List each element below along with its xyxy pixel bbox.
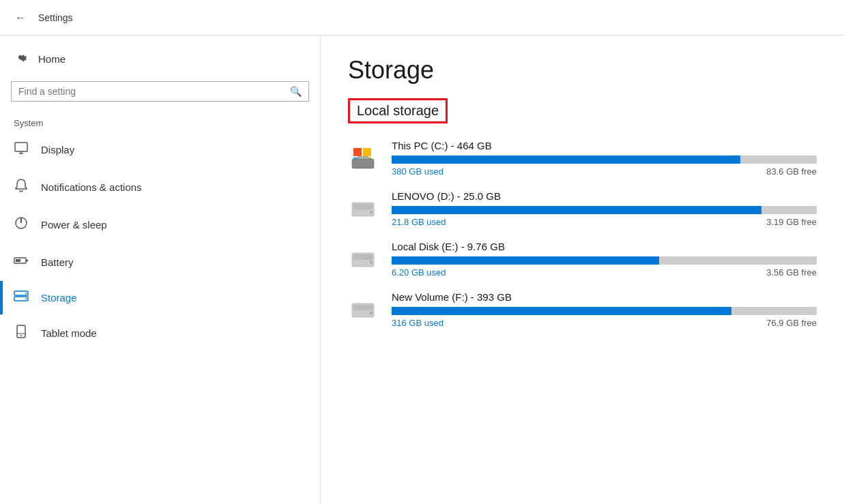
battery-icon xyxy=(14,253,29,271)
drive-info-e: Local Disk (E:) - 9.76 GB 6.20 GB used 3… xyxy=(392,241,817,278)
sidebar-item-display[interactable]: Display xyxy=(0,131,320,168)
drive-icon-d xyxy=(348,193,378,223)
progress-fill-c xyxy=(392,155,740,164)
used-d: 21.8 GB used xyxy=(392,217,446,227)
sidebar-item-storage[interactable]: Storage xyxy=(0,281,320,314)
svg-point-11 xyxy=(25,298,27,299)
used-c: 380 GB used xyxy=(392,166,443,177)
content-area: Storage Local storage xyxy=(321,35,844,504)
back-button[interactable]: ← xyxy=(11,8,30,27)
drive-info-c: This PC (C:) - 464 GB 380 GB used 83.6 G… xyxy=(392,140,817,177)
main-layout: Home 🔍 System Display xyxy=(0,35,844,504)
svg-rect-7 xyxy=(16,259,20,262)
free-e: 3.56 GB free xyxy=(766,267,817,278)
sidebar-item-battery[interactable]: Battery xyxy=(0,243,320,281)
tablet-icon xyxy=(14,324,29,342)
sidebar-item-label: Battery xyxy=(41,256,74,268)
drive-stats-e: 6.20 GB used 3.56 GB free xyxy=(392,267,817,278)
drive-name-e: Local Disk (E:) - 9.76 GB xyxy=(392,241,817,252)
svg-rect-21 xyxy=(358,156,368,159)
sidebar-item-power[interactable]: Power & sleep xyxy=(0,206,320,243)
title-bar: ← Settings xyxy=(0,0,844,35)
drive-name-c: This PC (C:) - 464 GB xyxy=(392,140,817,151)
svg-rect-24 xyxy=(353,204,373,209)
svg-point-29 xyxy=(370,261,373,264)
free-c: 83.6 GB free xyxy=(766,166,817,177)
sidebar-item-notifications[interactable]: Notifications & actions xyxy=(0,168,320,206)
used-f: 316 GB used xyxy=(392,318,443,328)
progress-fill-d xyxy=(392,206,761,214)
storage-list: This PC (C:) - 464 GB 380 GB used 83.6 G… xyxy=(348,140,817,328)
sidebar-item-label: Notifications & actions xyxy=(41,181,142,193)
drive-stats-f: 316 GB used 76.9 GB free xyxy=(392,318,817,328)
drive-name-d: LENOVO (D:) - 25.0 GB xyxy=(392,190,817,202)
home-icon xyxy=(14,50,27,68)
svg-rect-6 xyxy=(26,260,28,262)
storage-item-d[interactable]: LENOVO (D:) - 25.0 GB 21.8 GB used 3.19 … xyxy=(348,190,817,227)
svg-rect-15 xyxy=(352,159,374,168)
notifications-icon xyxy=(14,178,29,196)
svg-point-25 xyxy=(370,211,373,213)
power-icon xyxy=(14,216,29,234)
storage-item-f[interactable]: New Volume (F:) - 393 GB 316 GB used 76.… xyxy=(348,291,817,328)
drive-icon-e xyxy=(348,243,378,273)
section-header: Local storage xyxy=(348,98,448,123)
progress-bar-f xyxy=(392,307,817,315)
sidebar-item-tablet[interactable]: Tablet mode xyxy=(0,314,320,352)
drive-info-f: New Volume (F:) - 393 GB 316 GB used 76.… xyxy=(392,291,817,328)
svg-rect-32 xyxy=(353,305,373,310)
search-icon: 🔍 xyxy=(290,86,302,97)
svg-rect-28 xyxy=(353,254,373,260)
storage-item-e[interactable]: Local Disk (E:) - 9.76 GB 6.20 GB used 3… xyxy=(348,241,817,278)
drive-icon-c xyxy=(348,143,378,173)
svg-point-10 xyxy=(25,293,27,294)
sidebar: Home 🔍 System Display xyxy=(0,35,321,504)
page-title: Storage xyxy=(348,56,817,85)
svg-rect-17 xyxy=(353,148,362,156)
drive-name-f: New Volume (F:) - 393 GB xyxy=(392,291,817,303)
free-f: 76.9 GB free xyxy=(766,318,817,328)
sidebar-item-label: Display xyxy=(41,144,74,155)
sidebar-section-label: System xyxy=(0,113,320,131)
sidebar-item-label: Power & sleep xyxy=(41,219,107,231)
drive-icon-f xyxy=(348,294,378,324)
progress-fill-f xyxy=(392,307,731,315)
progress-bar-e xyxy=(392,256,817,265)
drive-stats-d: 21.8 GB used 3.19 GB free xyxy=(392,217,817,227)
svg-rect-18 xyxy=(363,148,371,156)
used-e: 6.20 GB used xyxy=(392,267,446,278)
sidebar-item-label: Tablet mode xyxy=(41,327,97,339)
progress-fill-e xyxy=(392,256,659,265)
storage-icon xyxy=(14,291,29,305)
search-box[interactable]: 🔍 xyxy=(11,81,309,102)
progress-bar-d xyxy=(392,206,817,214)
sidebar-home-label: Home xyxy=(38,53,66,65)
drive-stats-c: 380 GB used 83.6 GB free xyxy=(392,166,817,177)
sidebar-item-label: Storage xyxy=(41,292,77,303)
title-bar-text: Settings xyxy=(38,12,73,23)
progress-bar-c xyxy=(392,155,817,164)
display-icon xyxy=(14,140,29,159)
drive-info-d: LENOVO (D:) - 25.0 GB 21.8 GB used 3.19 … xyxy=(392,190,817,227)
search-input[interactable] xyxy=(18,86,290,97)
svg-point-13 xyxy=(20,335,22,336)
free-d: 3.19 GB free xyxy=(766,217,817,227)
sidebar-item-home[interactable]: Home xyxy=(0,42,320,76)
svg-point-33 xyxy=(370,312,373,314)
svg-rect-0 xyxy=(15,143,27,151)
storage-item-c[interactable]: This PC (C:) - 464 GB 380 GB used 83.6 G… xyxy=(348,140,817,177)
